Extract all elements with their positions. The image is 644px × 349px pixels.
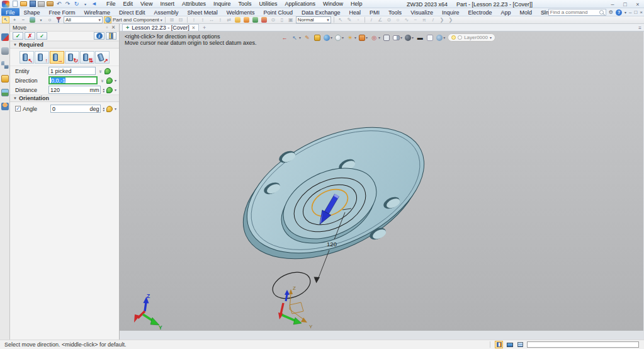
menu-file[interactable]: File: [103, 1, 120, 7]
align-horizontal-icon[interactable]: ⊞: [168, 16, 176, 23]
move-direction-selected-button[interactable]: →: [50, 51, 64, 64]
render-image-icon[interactable]: [1, 89, 9, 96]
ribbon-tab-assembly[interactable]: Assembly: [150, 8, 183, 16]
open-file-icon[interactable]: [20, 1, 27, 8]
menu-utilities[interactable]: Utilities: [255, 1, 281, 7]
direction-input[interactable]: 0,0,-1: [48, 76, 98, 84]
assembly-tree-icon[interactable]: [1, 61, 9, 69]
window-close-button[interactable]: ×: [633, 1, 642, 8]
regen-icon[interactable]: ↻: [73, 1, 80, 8]
direction-pick-icon[interactable]: [106, 77, 113, 84]
angle-input[interactable]: 0deg: [50, 105, 101, 113]
dimension-120-text[interactable]: 120: [327, 241, 337, 248]
folder-settings-icon[interactable]: [243, 16, 251, 23]
scope-combo[interactable]: Part and Component▾: [113, 17, 162, 23]
constraint-icon-2[interactable]: ↕: [199, 16, 206, 23]
move-rotate-button[interactable]: ↻: [65, 51, 79, 64]
doc-restore-button[interactable]: □: [634, 9, 637, 15]
visual-manager-icon[interactable]: [1, 75, 9, 83]
filter-funnel-icon[interactable]: [55, 16, 62, 23]
ribbon-tab-inquire[interactable]: Inquire: [438, 8, 464, 16]
ribbon-tab-point-cloud[interactable]: Point Cloud: [259, 8, 298, 16]
menu-attributes[interactable]: Attributes: [178, 1, 210, 7]
scope-globe-icon[interactable]: [104, 16, 111, 23]
pick-tool-icon-3[interactable]: ◦: [354, 16, 362, 23]
move-along-path-button[interactable]: ↗: [95, 51, 110, 64]
angle-pick-icon[interactable]: [106, 106, 113, 112]
new-file-icon[interactable]: [11, 1, 18, 8]
flange-model[interactable]: [223, 102, 444, 285]
help-icon[interactable]: ?: [616, 9, 622, 16]
view-triad[interactable]: Z Y: [134, 293, 162, 331]
sketch-spline-icon[interactable]: ~: [412, 16, 419, 23]
layer-manager-icon[interactable]: [234, 16, 242, 23]
angle-spinner[interactable]: ▴▾: [103, 106, 105, 112]
scene-3d[interactable]: 120: [120, 31, 643, 331]
undo-icon[interactable]: ↶: [55, 1, 62, 8]
constraint-icon-4[interactable]: ↕: [217, 16, 224, 23]
manager-toggle-icon[interactable]: [495, 341, 503, 348]
distance-pick-dropdown-icon[interactable]: ▾: [115, 88, 116, 92]
doc-minimize-button[interactable]: –: [629, 9, 631, 15]
distance-pick-icon[interactable]: [106, 87, 113, 93]
sketch-circle-icon[interactable]: ○: [394, 16, 402, 23]
window-restore-button[interactable]: □: [621, 1, 630, 8]
constraint-icon-1[interactable]: ↕: [190, 16, 198, 23]
window-minimize-button[interactable]: –: [608, 1, 617, 8]
pick-picture-icon[interactable]: [28, 16, 36, 23]
menu-view[interactable]: View: [137, 1, 156, 7]
document-tab-close-icon[interactable]: ×: [192, 25, 195, 31]
sketch-angle-icon[interactable]: ∠: [376, 16, 384, 23]
move-along-direction-button[interactable]: ↑: [35, 51, 49, 64]
save-icon[interactable]: [29, 1, 36, 8]
entity-pick-icon[interactable]: [105, 68, 111, 74]
view-normal-icon[interactable]: ▣: [287, 16, 295, 23]
datum-triad[interactable]: Z Y: [278, 285, 313, 329]
ribbon-tab-wireframe[interactable]: Wireframe: [80, 8, 115, 16]
table-icon[interactable]: [252, 16, 259, 23]
move-align-frames-button[interactable]: ⇅: [80, 51, 94, 64]
menu-tools[interactable]: Tools: [234, 1, 255, 7]
qat-dropdown-icon[interactable]: ▾: [82, 1, 89, 8]
ribbon-tab-weldments[interactable]: Weldments: [222, 8, 259, 16]
options-page-button[interactable]: [106, 32, 116, 40]
pick-remove-icon[interactable]: −: [20, 16, 27, 23]
move-command-tab-icon[interactable]: [1, 33, 9, 41]
panel-close-icon[interactable]: ✕: [110, 25, 116, 30]
sketch-line-icon[interactable]: /: [368, 16, 375, 23]
tab-list-icon[interactable]: ≡: [638, 25, 641, 31]
pin-ribbon-icon[interactable]: ▽: [542, 9, 546, 15]
direction-pick-dropdown-icon[interactable]: ▾: [115, 78, 116, 83]
plane-icon[interactable]: ▯: [278, 16, 286, 23]
pick-tool-icon-2[interactable]: ✎: [346, 16, 353, 23]
drag-hand-icon-2[interactable]: ❯: [447, 16, 455, 23]
sketch-slash-icon[interactable]: /: [429, 16, 437, 23]
user-role-icon[interactable]: [1, 103, 9, 110]
settings-gear-icon[interactable]: ⚙: [609, 9, 613, 15]
ribbon-tab-visualize[interactable]: Visualize: [406, 8, 438, 16]
help-dropdown-icon[interactable]: ▾: [624, 10, 626, 14]
menu-edit[interactable]: Edit: [120, 1, 137, 7]
document-tab-active[interactable]: + Lesson 22.Z3 - [Cover] ×: [122, 24, 199, 31]
sketch-polyline-icon[interactable]: ∿: [403, 16, 410, 23]
ribbon-tab-mold[interactable]: Mold: [516, 8, 537, 16]
manager-plug-icon[interactable]: [1, 47, 9, 55]
ribbon-tab-shape[interactable]: Shape: [20, 8, 45, 16]
menu-applications[interactable]: Applications: [281, 1, 320, 7]
direction-expand-icon[interactable]: »: [99, 78, 105, 83]
ribbon-tab-electrode[interactable]: Electrode: [464, 8, 497, 16]
ribbon-tab-tools[interactable]: Tools: [384, 8, 406, 16]
ok-button[interactable]: ✓: [13, 32, 23, 40]
menu-help[interactable]: Help: [347, 1, 366, 7]
doc-close-button[interactable]: ×: [640, 9, 643, 15]
ribbon-tab-direct-edit[interactable]: Direct Edit: [115, 8, 150, 16]
find-command-input[interactable]: [550, 9, 599, 15]
constraint-icon-5[interactable]: ⇄: [225, 16, 233, 23]
print-icon[interactable]: [38, 1, 45, 8]
ribbon-tab-pmi[interactable]: PMI: [365, 8, 384, 16]
required-section-header[interactable]: ▼ Required: [10, 41, 119, 49]
drag-hand-icon-1[interactable]: ❯: [438, 16, 446, 23]
angle-pick-dropdown-icon[interactable]: ▾: [115, 106, 116, 111]
angle-checkbox[interactable]: ✓: [15, 106, 21, 112]
filter-combo[interactable]: All▾: [64, 16, 103, 23]
